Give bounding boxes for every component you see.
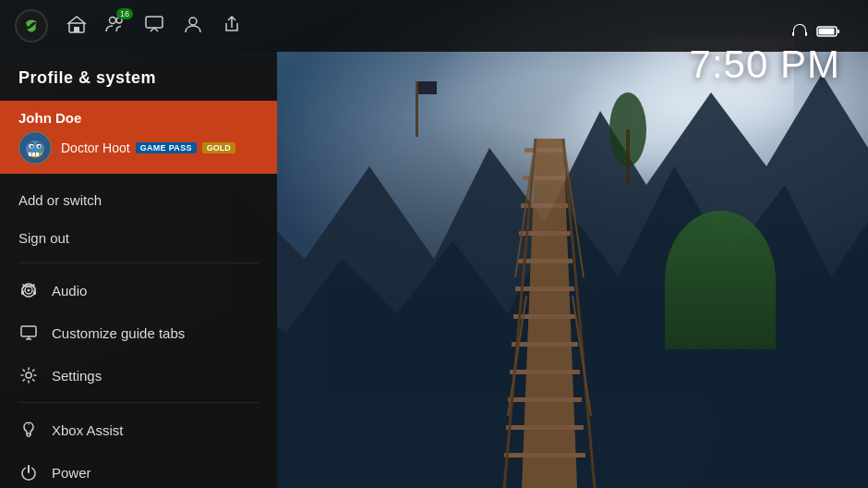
menu-divider-1	[18, 262, 259, 263]
battery-icon	[816, 25, 840, 38]
svg-rect-11	[510, 370, 580, 374]
svg-rect-36	[32, 152, 35, 156]
gamertag-info: Doctor Hoot GAME PASS GOLD	[61, 140, 235, 155]
add-switch-menu-item[interactable]: Add or switch	[0, 181, 277, 219]
sign-out-menu-item[interactable]: Sign out	[0, 219, 277, 257]
lightbulb-icon	[18, 420, 39, 440]
xbox-assist-label: Xbox Assist	[52, 422, 124, 438]
friends-badge: 16	[116, 8, 133, 19]
svg-point-26	[110, 17, 116, 23]
svg-rect-47	[21, 290, 24, 295]
panel-title: Profile & system	[0, 52, 277, 101]
monitor-icon	[18, 323, 39, 343]
gold-badge: GOLD	[202, 142, 235, 153]
user-display-name: John Doe	[18, 110, 259, 126]
power-icon	[18, 462, 39, 482]
gamertag-text: Doctor Hoot	[61, 140, 130, 155]
add-switch-label: Add or switch	[18, 192, 102, 208]
svg-point-43	[40, 146, 41, 147]
svg-point-29	[189, 18, 197, 25]
audio-label: Audio	[52, 283, 87, 299]
svg-rect-10	[512, 342, 578, 347]
svg-point-50	[26, 372, 31, 378]
profile-nav-icon[interactable]	[183, 14, 203, 39]
user-profile-row[interactable]: John Doe	[0, 101, 277, 174]
friends-nav-icon[interactable]: 16	[105, 14, 126, 39]
svg-rect-25	[74, 27, 79, 32]
avatar	[18, 131, 52, 165]
settings-menu-item[interactable]: Settings	[0, 354, 277, 396]
settings-label: Settings	[52, 368, 102, 384]
svg-rect-48	[33, 290, 36, 295]
svg-rect-14	[504, 453, 585, 458]
svg-rect-49	[21, 326, 36, 336]
headset-icon	[790, 22, 809, 41]
flag-decoration	[416, 81, 437, 94]
power-label: Power	[52, 465, 91, 481]
left-panel: Profile & system John Doe	[0, 52, 277, 488]
clock-display: 7:50 PM	[690, 43, 840, 87]
svg-rect-32	[838, 30, 839, 33]
user-gamertag-row: Doctor Hoot GAME PASS GOLD	[18, 131, 259, 165]
customize-guide-label: Customize guide tabs	[52, 325, 185, 341]
svg-rect-35	[29, 152, 31, 156]
user-section: John Doe	[0, 101, 277, 174]
menu-divider-2	[18, 402, 259, 403]
svg-rect-22	[626, 129, 630, 185]
gamepass-badge: GAME PASS	[136, 142, 197, 153]
svg-point-42	[32, 146, 33, 147]
sign-out-label: Sign out	[18, 230, 69, 246]
svg-rect-13	[506, 425, 584, 430]
status-icons	[690, 22, 840, 41]
svg-point-41	[38, 145, 40, 147]
xbox-logo-icon	[21, 16, 42, 36]
svg-rect-31	[819, 29, 835, 35]
audio-menu-item[interactable]: Audio	[0, 269, 277, 311]
svg-point-46	[28, 289, 30, 292]
svg-rect-12	[508, 397, 582, 402]
gear-icon	[18, 365, 39, 385]
topbar-nav: 16	[15, 9, 242, 43]
svg-point-40	[30, 145, 32, 147]
xbox-assist-menu-item[interactable]: Xbox Assist	[0, 409, 277, 451]
svg-rect-5	[521, 203, 569, 208]
island-bg	[665, 211, 776, 349]
power-menu-item[interactable]: Power	[0, 451, 277, 488]
party-nav-icon[interactable]	[144, 14, 164, 39]
svg-rect-37	[36, 152, 39, 156]
audio-icon	[18, 280, 39, 300]
svg-rect-3	[524, 148, 565, 152]
home-nav-icon[interactable]	[66, 14, 87, 39]
clock-area: 7:50 PM	[690, 22, 840, 87]
xbox-logo-button[interactable]	[15, 9, 48, 43]
share-nav-icon[interactable]	[222, 14, 242, 39]
svg-rect-8	[515, 287, 574, 291]
svg-point-23	[22, 17, 41, 35]
customize-guide-menu-item[interactable]: Customize guide tabs	[0, 311, 277, 354]
svg-rect-28	[146, 17, 163, 28]
